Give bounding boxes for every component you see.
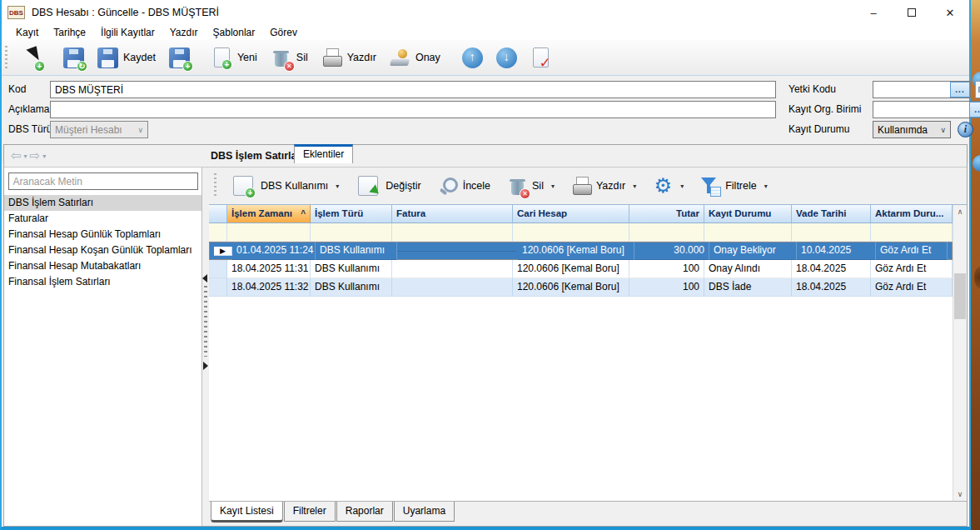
splitter-collapse-icon[interactable]: [202, 274, 207, 282]
kayit-org-birimi-browse-button[interactable]: ...: [969, 102, 980, 118]
column-header-i-lem-t-r[interactable]: İşlem Türü: [311, 205, 392, 222]
menu-g-rev[interactable]: Görev: [262, 27, 305, 38]
kayit-org-birimi-input[interactable]: [873, 102, 969, 118]
filter-cell-cari-hesap[interactable]: [513, 223, 629, 242]
grid-toolbar-grip[interactable]: [214, 173, 216, 198]
scrollbar-thumb[interactable]: [954, 273, 966, 319]
menu-yazd-r[interactable]: Yazdır: [162, 27, 206, 38]
column-header-vade-tarihi[interactable]: Vade Tarihi: [792, 205, 871, 222]
grid-toolbar-yazd-r-button[interactable]: Yazdır▾: [565, 176, 643, 196]
column-header-tutar[interactable]: Tutar: [629, 205, 704, 222]
column-header-i-lem-zaman[interactable]: İşlem Zamanı^: [227, 205, 311, 222]
toolbar-delete-button[interactable]: ✕Sil: [265, 46, 314, 70]
sidebar-item-finansal-hesap-mutabakatlar[interactable]: Finansal Hesap Mutabakatları: [4, 258, 201, 274]
dbs-turu-value: Müşteri Hesabı: [55, 124, 122, 136]
grid-toolbar-filtrele-button[interactable]: Filtrele▾: [694, 176, 774, 196]
bottom-tab-uyarlama[interactable]: Uyarlama: [394, 502, 455, 522]
sort-asc-icon: ^: [301, 205, 306, 222]
yetki-kodu-keypad-button[interactable]: [975, 81, 980, 98]
info-icon[interactable]: i: [958, 122, 973, 138]
cursor-add-icon: +: [21, 48, 42, 68]
filter-cell-fatura[interactable]: [392, 223, 513, 242]
forward-icon[interactable]: ⇨: [30, 148, 41, 163]
filter-cell-kay-t-durumu[interactable]: [704, 223, 792, 242]
scroll-down-icon[interactable]: ∨: [953, 488, 967, 501]
filter-cell-aktar-m-duru[interactable]: [871, 223, 953, 242]
toolbar-new-doc-button[interactable]: +Yeni: [206, 46, 263, 69]
grid-toolbar-gear-button[interactable]: ⚙▾: [646, 176, 690, 196]
sidebar-item-faturalar[interactable]: Faturalar: [4, 211, 201, 227]
bottom-tab-raporlar[interactable]: Raporlar: [336, 502, 393, 522]
caret-down-icon[interactable]: ▾: [336, 182, 339, 190]
sidebar-item-finansal-hesap-g-nl-k-toplamlar[interactable]: Finansal Hesap Günlük Toplamları: [4, 227, 201, 242]
print-icon: [571, 176, 591, 196]
column-header-fatura[interactable]: Fatura: [392, 205, 513, 222]
toolbar-save-refresh-button[interactable]: ↻: [57, 46, 90, 70]
toolbar-grip[interactable]: [5, 46, 7, 69]
filter-cell-tutar[interactable]: [629, 223, 704, 242]
toolbar-save-add-button[interactable]: +: [163, 46, 196, 70]
column-header-kay-t-durumu[interactable]: Kayıt Durumu: [704, 205, 792, 222]
menu-tarih-e[interactable]: Tarihçe: [46, 27, 93, 38]
toolbar-approve-stamp-button[interactable]: Onay: [384, 46, 446, 70]
sidebar-item-dbs-i-lem-sat-rlar[interactable]: DBS İşlem Satırları: [4, 195, 201, 211]
toolbar-save-button[interactable]: Kaydet: [92, 46, 162, 70]
yetki-kodu-label: Yetki Kodu: [788, 81, 836, 98]
vertical-scrollbar[interactable]: ∧ ∨: [953, 205, 967, 501]
inspect-icon: [438, 176, 458, 196]
cell-fatura: [392, 260, 513, 278]
caret-down-icon[interactable]: ▾: [633, 182, 636, 190]
title-bar: DBS DBS Hesabı : Güncelle - DBS MÜŞTERİ …: [2, 0, 969, 25]
filter-cell-i-lem-t-r[interactable]: [311, 223, 392, 242]
column-header-aktar-m-duru[interactable]: Aktarım Duru...: [871, 205, 953, 222]
toolbar-print-button[interactable]: Yazdır: [316, 46, 382, 70]
forward-caret-icon[interactable]: ▾: [42, 152, 46, 160]
filter-cell-vade-tarihi[interactable]: [792, 223, 871, 242]
back-icon[interactable]: ⇦: [11, 148, 22, 163]
close-button[interactable]: ✕: [931, 0, 969, 25]
table-row[interactable]: 18.04.2025 11:32DBS Kullanımı120.0606 [K…: [209, 278, 953, 297]
splitter[interactable]: [202, 168, 209, 526]
minimize-button[interactable]: –: [854, 0, 893, 25]
cell-i-lem-t-r: DBS Kullanımı: [311, 278, 392, 297]
table-row[interactable]: 18.04.2025 11:31DBS Kullanımı120.0606 [K…: [209, 260, 953, 278]
column-header-cari-hesap[interactable]: Cari Hesap: [513, 205, 629, 222]
splitter-expand-icon[interactable]: [203, 362, 208, 370]
tab-eklentiler[interactable]: Eklentiler: [294, 144, 353, 163]
maximize-button[interactable]: [893, 0, 931, 25]
scroll-up-icon[interactable]: ∧: [953, 205, 967, 218]
column-header-label: Fatura: [396, 205, 425, 222]
menu-ablonlar[interactable]: Şablonlar: [206, 27, 263, 38]
toolbar-arrow-down-button[interactable]: ↓: [490, 46, 523, 70]
back-caret-icon[interactable]: ▾: [24, 152, 27, 160]
toolbar-yazd-r-label: Yazdır: [347, 52, 376, 63]
bottom-tab-filtreler[interactable]: Filtreler: [284, 502, 336, 522]
menu-i-lgili-kay-tlar[interactable]: İlgili Kayıtlar: [93, 27, 162, 38]
bottom-tab-kay-t-listesi[interactable]: Kayıt Listesi: [211, 502, 283, 522]
desktop-icon: [973, 155, 980, 172]
grid-toolbar-de-i-tir-button[interactable]: Değiştir: [349, 176, 427, 196]
splitter-handle-icon[interactable]: [204, 286, 207, 357]
toolbar-arrow-up-button[interactable]: ↑: [456, 46, 489, 70]
menu-kay-t[interactable]: Kayıt: [8, 27, 46, 38]
kayit-durumu-select[interactable]: Kullanımda ∨: [873, 121, 951, 138]
caret-down-icon[interactable]: ▾: [551, 182, 555, 190]
grid-toolbar-dbs-kullan-m-button[interactable]: +DBS Kullanımı▾: [224, 176, 346, 196]
sidebar-item-finansal-i-lem-sat-rlar[interactable]: Finansal İşlem Satırları: [4, 274, 201, 290]
grid-toolbar-sil-button[interactable]: ✕Sil▾: [500, 176, 561, 196]
toolbar-cursor-add-button[interactable]: +: [15, 46, 47, 70]
chevron-down-icon: ∨: [137, 126, 143, 134]
cell-kay-t-durumu: Onay Alındı: [704, 260, 792, 278]
yetki-kodu-input[interactable]: [873, 82, 950, 98]
toolbar-check-doc-button[interactable]: ✓: [525, 46, 557, 69]
sidebar-item-finansal-hesap-ko-an-g-nl-k-toplamlar[interactable]: Finansal Hesap Koşan Günlük Toplamları: [4, 242, 201, 258]
filter-cell-i-lem-zaman[interactable]: [227, 223, 311, 242]
yetki-kodu-browse-button[interactable]: ...: [950, 82, 970, 98]
caret-down-icon[interactable]: ▾: [680, 182, 684, 190]
caret-down-icon[interactable]: ▾: [764, 182, 768, 190]
grid-toolbar-i-ncele-button[interactable]: İncele: [431, 176, 497, 196]
aciklama-input[interactable]: [50, 101, 776, 118]
kod-input[interactable]: [50, 81, 776, 98]
search-input[interactable]: [8, 172, 198, 190]
table-row[interactable]: ▶01.04.2025 11:24DBS Kullanımı120.0606 […: [209, 242, 953, 260]
